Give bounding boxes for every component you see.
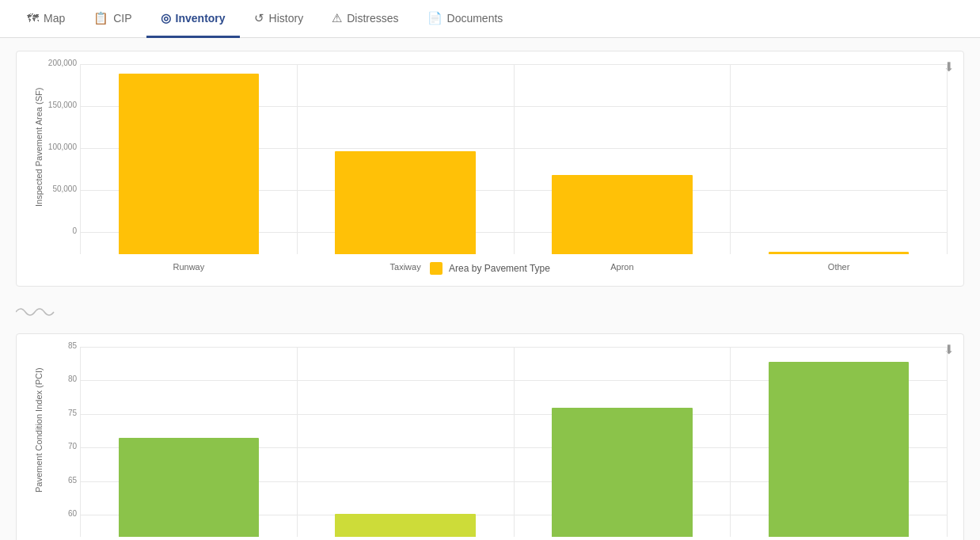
nav-distresses[interactable]: ⚠ Distresses bbox=[317, 1, 412, 38]
chart-column: Taxiway bbox=[297, 347, 514, 537]
y-tick-label: 150,000 bbox=[48, 101, 77, 109]
history-icon: ↺ bbox=[254, 11, 264, 25]
chart2-legend: PCI Results by Pavement Use bbox=[32, 537, 948, 540]
main-content: ⬇ Inspected Pavement Area (SF) 050,00010… bbox=[0, 38, 980, 540]
nav-distresses-label: Distresses bbox=[347, 12, 398, 25]
navigation: 🗺 Map 📋 CIP ◎ Inventory ↺ History ⚠ Dist… bbox=[0, 0, 980, 38]
chart1-container: ⬇ Inspected Pavement Area (SF) 050,00010… bbox=[16, 51, 964, 287]
bar-apron[interactable] bbox=[552, 408, 692, 537]
chart-column: Runway bbox=[80, 347, 297, 537]
bar-runway[interactable] bbox=[119, 438, 259, 537]
y-tick-label: 100,000 bbox=[48, 143, 77, 151]
chart-column: Other bbox=[730, 347, 948, 537]
bar-taxiway[interactable] bbox=[335, 514, 475, 537]
chart1-inner: 050,000100,000150,000200,000RunwayTaxiwa… bbox=[80, 64, 948, 254]
chart1-y-label: Inspected Pavement Area (SF) bbox=[34, 64, 44, 230]
y-tick-label: 85 bbox=[68, 341, 77, 350]
bar-runway[interactable] bbox=[119, 74, 259, 254]
y-tick-label: 65 bbox=[68, 476, 77, 485]
y-tick-label: 200,000 bbox=[48, 59, 77, 67]
nav-cip[interactable]: 📋 CIP bbox=[79, 1, 146, 38]
chart1-legend-label: Area by Pavement Type bbox=[449, 263, 550, 274]
chart2-container: ⬇ Pavement Condition Index (PCI) 6065707… bbox=[16, 333, 964, 540]
bar-apron[interactable] bbox=[552, 175, 692, 254]
chart1-legend: Area by Pavement Type bbox=[32, 254, 948, 280]
chart2-inner: 606570758085RunwayTaxiwayApronOther bbox=[80, 347, 948, 537]
documents-icon: 📄 bbox=[427, 11, 443, 25]
nav-history[interactable]: ↺ History bbox=[240, 1, 318, 38]
chart-column: Taxiway bbox=[297, 64, 514, 254]
nav-documents[interactable]: 📄 Documents bbox=[413, 1, 518, 38]
nav-map[interactable]: 🗺 Map bbox=[13, 1, 79, 38]
y-tick-label: 0 bbox=[72, 226, 77, 235]
x-label: Other bbox=[828, 262, 850, 272]
y-tick-label: 75 bbox=[68, 409, 77, 417]
x-label: Taxiway bbox=[390, 262, 421, 272]
y-tick-label: 60 bbox=[68, 509, 77, 518]
nav-history-label: History bbox=[269, 12, 304, 25]
bar-other[interactable] bbox=[769, 252, 909, 254]
distresses-icon: ⚠ bbox=[332, 11, 342, 25]
y-tick-label: 80 bbox=[68, 375, 77, 383]
wave-svg-1 bbox=[16, 302, 55, 321]
cip-icon: 📋 bbox=[93, 11, 108, 25]
chart-column: Apron bbox=[514, 64, 731, 254]
y-tick-label: 50,000 bbox=[52, 184, 77, 193]
chart2-y-label: Pavement Condition Index (PCI) bbox=[34, 347, 44, 513]
chart2-area: Pavement Condition Index (PCI) 606570758… bbox=[80, 347, 948, 537]
nav-map-label: Map bbox=[44, 12, 65, 25]
chart-column: Apron bbox=[514, 347, 731, 537]
y-tick-label: 70 bbox=[68, 442, 77, 451]
inventory-icon: ◎ bbox=[161, 11, 171, 25]
chart1-legend-swatch bbox=[430, 262, 443, 275]
nav-documents-label: Documents bbox=[447, 12, 503, 25]
chart1-area: Inspected Pavement Area (SF) 050,000100,… bbox=[80, 64, 948, 254]
nav-inventory-label: Inventory bbox=[176, 12, 226, 25]
nav-inventory[interactable]: ◎ Inventory bbox=[146, 1, 240, 38]
x-label: Apron bbox=[610, 262, 633, 272]
bar-other[interactable] bbox=[769, 362, 909, 537]
chart-column: Runway bbox=[80, 64, 297, 254]
x-label: Runway bbox=[173, 262, 205, 272]
bar-taxiway[interactable] bbox=[335, 151, 475, 254]
wave-decoration-1 bbox=[16, 302, 964, 329]
chart-column: Other bbox=[730, 64, 948, 254]
nav-cip-label: CIP bbox=[113, 12, 131, 25]
map-icon: 🗺 bbox=[27, 11, 39, 25]
